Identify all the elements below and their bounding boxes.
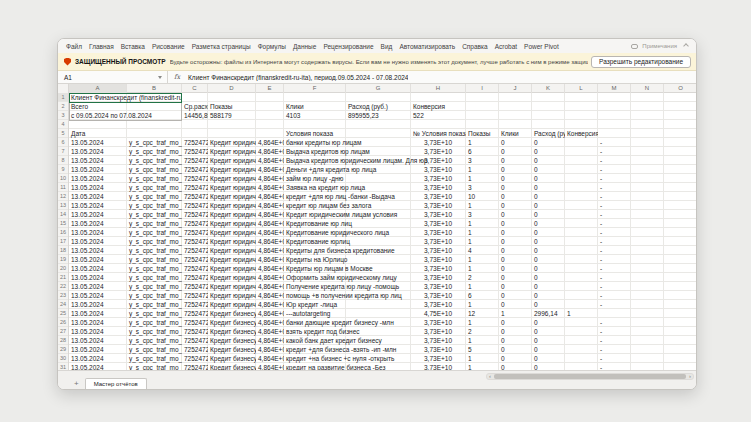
cell-table-header[interactable]: Показы <box>466 129 499 138</box>
cell-campaign-id[interactable]: 72524720 <box>182 210 208 219</box>
cell-group[interactable]: Кредит юридическим лицам <box>208 138 256 147</box>
cell-cost[interactable]: 0 <box>532 318 565 327</box>
row-header-14[interactable]: 14 <box>58 210 68 219</box>
cell-group-id[interactable]: 4,864E+09 <box>256 255 284 264</box>
row-header-6[interactable]: 6 <box>58 138 68 147</box>
column-header-A[interactable]: A <box>69 84 127 93</box>
cell-date[interactable]: 13.05.2024 <box>69 147 127 156</box>
row-header-24[interactable]: 24 <box>58 300 68 309</box>
row-header-5[interactable]: 5 <box>58 129 68 138</box>
cell-clicks[interactable]: 0 <box>499 228 532 237</box>
cell-group-id[interactable]: 4,864E+09 <box>256 246 284 255</box>
cell-clicks[interactable]: 0 <box>499 336 532 345</box>
cell-group-id[interactable]: 4,864E+09 <box>256 165 284 174</box>
cell-shows[interactable]: 1 <box>466 318 499 327</box>
row-header-18[interactable]: 18 <box>58 246 68 255</box>
enable-editing-button[interactable]: Разрешить редактирование <box>591 56 691 68</box>
ribbon-tab[interactable]: Acrobat <box>495 43 517 50</box>
scroll-right-icon[interactable]: › <box>687 374 693 379</box>
cell-condition-id[interactable]: 3,73E+10 <box>411 273 466 282</box>
cell-group-id[interactable]: 4,864E+09 <box>256 228 284 237</box>
cell-conversion[interactable]: - <box>598 336 631 345</box>
cell-group[interactable]: Кредит бизнесу без залога <box>208 318 256 327</box>
ribbon-tab[interactable]: Рецензирование <box>323 43 373 50</box>
cell-clicks[interactable]: 0 <box>499 327 532 336</box>
cell-group[interactable]: Кредит юридическим лицам <box>208 183 256 192</box>
row-header-8[interactable]: 8 <box>58 156 68 165</box>
ribbon-tab[interactable]: Разметка страницы <box>192 43 251 50</box>
cell-campaign[interactable]: y_s_cpc_traf_mo_ke <box>127 156 182 165</box>
cell-clicks[interactable]: 0 <box>499 201 532 210</box>
cell-date[interactable]: 13.05.2024 <box>69 183 127 192</box>
cell-condition-id[interactable]: 3,73E+10 <box>411 210 466 219</box>
cell-campaign[interactable]: y_s_cpc_traf_mo_ke <box>127 318 182 327</box>
cell-conversion[interactable]: - <box>598 273 631 282</box>
select-all-corner[interactable] <box>58 84 69 93</box>
cell-group[interactable]: Кредит юридическим лицам <box>208 300 256 309</box>
cell-clicks[interactable]: 1 <box>499 309 532 318</box>
cell-date[interactable]: 13.05.2024 <box>69 138 127 147</box>
cell-clicks[interactable]: 0 <box>499 354 532 363</box>
cell-group-id[interactable]: 4,864E+09 <box>256 237 284 246</box>
cell-cost[interactable]: 0 <box>532 192 565 201</box>
cell-campaign[interactable]: y_s_cpc_traf_mo_ke <box>127 219 182 228</box>
cell-date[interactable]: 13.05.2024 <box>69 165 127 174</box>
cell-conversion[interactable]: - <box>598 228 631 237</box>
cell-condition-id[interactable]: 3,73E+10 <box>411 246 466 255</box>
cell-group[interactable]: Кредит бизнесу без залога <box>208 354 256 363</box>
cell-campaign-id[interactable]: 72524720 <box>182 300 208 309</box>
comments-button[interactable]: Примечания <box>642 43 677 49</box>
cell-condition-id[interactable]: 3,73E+10 <box>411 165 466 174</box>
cell-campaign-id[interactable]: 72524720 <box>182 138 208 147</box>
cell-group[interactable]: Кредит юридическим лицам <box>208 165 256 174</box>
cell-clicks[interactable]: 0 <box>499 192 532 201</box>
cell-conversion[interactable]: - <box>598 300 631 309</box>
cell-condition-id[interactable]: 3,73E+10 <box>411 156 466 165</box>
cell-summary-value[interactable]: 4103 <box>284 111 346 120</box>
cell-campaign-id[interactable]: 72524720 <box>182 354 208 363</box>
cell-shows[interactable]: 5 <box>466 345 499 354</box>
cell-campaign[interactable]: y_s_cpc_traf_mo_ke <box>127 246 182 255</box>
cell-shows[interactable]: 1 <box>466 264 499 273</box>
cell-campaign[interactable]: y_s_cpc_traf_mo_ke <box>127 291 182 300</box>
cell-shows[interactable]: 1 <box>466 282 499 291</box>
cell-date[interactable]: 13.05.2024 <box>69 291 127 300</box>
cell-conversion[interactable]: - <box>598 156 631 165</box>
cell-campaign[interactable]: y_s_cpc_traf_mo_ke <box>127 273 182 282</box>
cell-cost[interactable]: 0 <box>532 156 565 165</box>
cell-clicks[interactable]: 0 <box>499 255 532 264</box>
cell-date[interactable]: 13.05.2024 <box>69 345 127 354</box>
cell-group-id[interactable]: 4,864E+09 <box>256 219 284 228</box>
cell-group-id[interactable]: 4,864E+09 <box>256 156 284 165</box>
cell-conversion[interactable]: - <box>598 201 631 210</box>
cell-campaign-id[interactable]: 72524720 <box>182 219 208 228</box>
cell-group[interactable]: Кредит юридическим лицам <box>208 174 256 183</box>
ribbon-tab[interactable]: Данные <box>293 43 316 50</box>
cell-clicks[interactable]: 0 <box>499 237 532 246</box>
cell-conversion[interactable]: - <box>598 318 631 327</box>
cell-summary-header[interactable]: Ср.расход за день <box>182 102 208 111</box>
cell-condition-id[interactable]: 3,73E+10 <box>411 228 466 237</box>
column-header-D[interactable]: D <box>208 84 256 93</box>
cell-conversion[interactable]: - <box>598 138 631 147</box>
cell-cost[interactable]: 0 <box>532 174 565 183</box>
row-header-1[interactable]: 1 <box>58 93 68 102</box>
cell-campaign-id[interactable]: 72524720 <box>182 309 208 318</box>
cell-date[interactable]: 13.05.2024 <box>69 327 127 336</box>
cell-campaign-id[interactable]: 72524720 <box>182 165 208 174</box>
cell-campaign[interactable]: y_s_cpc_traf_mo_ke <box>127 327 182 336</box>
name-box[interactable]: A1 <box>58 71 168 83</box>
column-header-H[interactable]: H <box>411 84 466 93</box>
column-header-E[interactable]: E <box>256 84 284 93</box>
cell-campaign-id[interactable]: 72524720 <box>182 201 208 210</box>
cell-group-id[interactable]: 4,864E+09 <box>256 201 284 210</box>
cell-group-id[interactable]: 4,864E+09 <box>256 273 284 282</box>
scroll-left-icon[interactable]: ‹ <box>487 374 493 379</box>
cell-shows[interactable]: 1 <box>466 219 499 228</box>
ribbon-tab[interactable]: Автоматизировать <box>399 43 455 50</box>
cell-campaign[interactable]: y_s_cpc_traf_mo_ke <box>127 354 182 363</box>
cell-cost[interactable]: 0 <box>532 165 565 174</box>
cell-campaign-id[interactable]: 72524720 <box>182 336 208 345</box>
cell-table-header[interactable]: Конверсия <box>565 129 598 138</box>
cell-campaign[interactable]: y_s_cpc_traf_mo_ke <box>127 255 182 264</box>
